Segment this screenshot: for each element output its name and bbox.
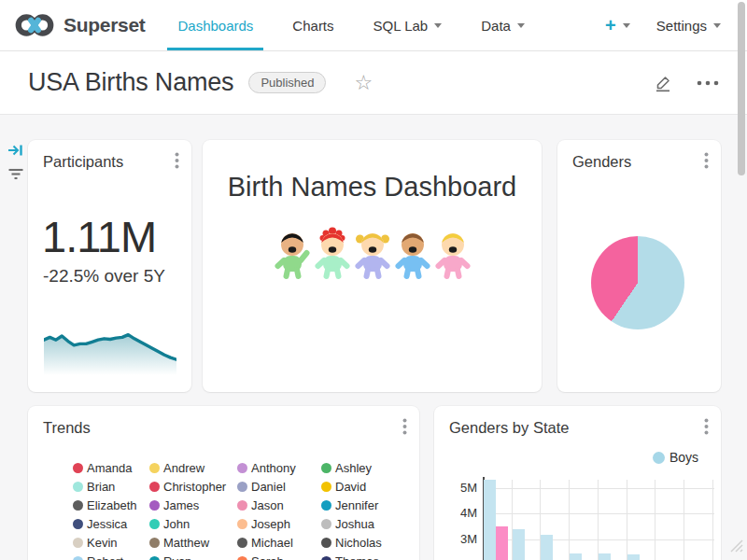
new-item-button[interactable]: + (605, 16, 630, 35)
legend-item-ryan[interactable]: Ryan (149, 552, 237, 560)
legend-swatch (149, 556, 160, 560)
legend-swatch (73, 538, 83, 548)
top-nav-bar: Superset Dashboards Charts SQL Lab Data … (0, 0, 747, 51)
legend-item-thomas[interactable]: Thomas (321, 552, 418, 560)
superset-logo[interactable]: Superset (0, 0, 150, 50)
bar-boys-group3[interactable] (541, 535, 553, 560)
dashboard-title-bar: USA Births Names Published ☆ (0, 51, 747, 115)
y-axis-tick-label: 4M (445, 506, 477, 520)
legend-label: Joseph (251, 517, 290, 531)
legend-item-daniel[interactable]: Daniel (237, 477, 321, 496)
legend-label: Nicholas (335, 536, 382, 550)
settings-label: Settings (656, 18, 707, 34)
more-actions-icon[interactable] (697, 80, 719, 86)
legend-item-joseph[interactable]: Joseph (237, 514, 321, 533)
genders-pie-chart[interactable] (591, 236, 684, 329)
chevron-down-icon (713, 23, 721, 28)
legend-swatch (237, 500, 247, 511)
legend-item-boys[interactable]: Boys (653, 450, 698, 465)
legend-label: Michael (251, 536, 293, 550)
legend-swatch (321, 556, 331, 560)
legend-label: Elizabeth (87, 498, 136, 512)
legend-swatch (73, 482, 83, 492)
legend-item-kevin[interactable]: Kevin (73, 533, 149, 552)
bar-boys-group6[interactable] (627, 554, 640, 560)
legend-swatch (73, 500, 83, 511)
legend-item-jessica[interactable]: Jessica (73, 514, 149, 533)
baby-emoji (394, 227, 431, 281)
legend-label: Christopher (163, 480, 226, 494)
legend-item-john[interactable]: John (149, 514, 237, 533)
nav-item-data[interactable]: Data (461, 0, 544, 50)
plus-icon: + (605, 16, 616, 35)
published-badge[interactable]: Published (248, 72, 326, 93)
legend-swatch (73, 463, 83, 473)
bar-boys-group2[interactable] (513, 529, 525, 560)
legend-swatch (73, 519, 83, 529)
legend-item-sarah[interactable]: Sarah (237, 552, 321, 560)
gridline (712, 480, 713, 560)
chart-title: Trends (43, 419, 91, 437)
bar-girls-group1[interactable] (496, 526, 508, 560)
expand-filter-bar-icon[interactable] (7, 142, 24, 162)
gridline (485, 513, 714, 514)
vertical-scrollbar-thumb[interactable] (738, 2, 745, 175)
legend-swatch (73, 556, 83, 560)
baby-emoji (314, 227, 351, 281)
kebab-menu-icon[interactable] (402, 418, 407, 439)
y-axis-tick-label: 5M (445, 481, 477, 495)
baby-emoji (354, 227, 391, 281)
legend-swatch (237, 538, 247, 548)
genders-card: Genders (557, 140, 721, 392)
legend-item-andrew[interactable]: Andrew (149, 458, 237, 477)
legend-label: Joshua (335, 517, 374, 531)
bar-boys-group4[interactable] (570, 553, 582, 560)
baby-emoji (434, 227, 472, 281)
legend-swatch (321, 519, 331, 529)
legend-item-anthony[interactable]: Anthony (237, 458, 321, 477)
legend-label: John (163, 517, 190, 531)
nav-item-charts[interactable]: Charts (273, 0, 353, 50)
edit-pencil-icon[interactable] (654, 74, 672, 92)
big-number-value: 1.11M (42, 211, 156, 262)
legend-swatch (237, 482, 247, 492)
legend-item-elizabeth[interactable]: Elizabeth (73, 496, 149, 514)
legend-swatch (149, 519, 160, 529)
trend-sparkline-chart (44, 323, 176, 375)
legend-label: David (335, 480, 366, 494)
bar-boys-group5[interactable] (599, 553, 611, 560)
legend-item-jason[interactable]: Jason (237, 496, 321, 514)
resize-handle-icon[interactable] (726, 536, 743, 556)
legend-item-jennifer[interactable]: Jennifer (321, 496, 418, 514)
legend-item-nicholas[interactable]: Nicholas (321, 533, 418, 552)
nav-item-sql-lab[interactable]: SQL Lab (354, 0, 462, 50)
baby-emoji-row (203, 227, 542, 281)
legend-swatch (149, 500, 160, 511)
legend-item-amanda[interactable]: Amanda (73, 458, 149, 477)
kebab-menu-icon[interactable] (704, 418, 709, 439)
legend-item-ashley[interactable]: Ashley (321, 458, 418, 477)
legend-label: Jessica (87, 517, 127, 531)
filter-icon[interactable] (7, 168, 24, 185)
legend-item-joshua[interactable]: Joshua (321, 514, 418, 533)
legend-label: Daniel (251, 480, 286, 494)
legend-item-david[interactable]: David (321, 477, 418, 496)
trends-card: Trends AmandaAndrewAnthonyAshleyBrianChr… (28, 406, 419, 560)
settings-menu[interactable]: Settings (656, 18, 721, 34)
legend-item-robert[interactable]: Robert (73, 552, 149, 560)
genders-by-state-card: Genders by State Boys 5M4M3M (434, 406, 721, 560)
legend-item-james[interactable]: James (149, 496, 237, 514)
nav-label: Charts (292, 18, 333, 34)
legend-swatch (237, 463, 247, 473)
legend-item-matthew[interactable]: Matthew (149, 533, 237, 552)
kebab-menu-icon[interactable] (175, 152, 179, 173)
title-bar-actions (654, 74, 747, 92)
kebab-menu-icon[interactable] (704, 152, 709, 173)
bar-boys-group1[interactable] (484, 480, 496, 560)
favorite-star-icon[interactable]: ☆ (354, 73, 373, 93)
gridline (684, 480, 684, 560)
legend-item-christopher[interactable]: Christopher (149, 477, 237, 496)
legend-item-michael[interactable]: Michael (237, 533, 321, 552)
legend-item-brian[interactable]: Brian (73, 477, 149, 496)
nav-item-dashboards[interactable]: Dashboards (158, 0, 273, 50)
